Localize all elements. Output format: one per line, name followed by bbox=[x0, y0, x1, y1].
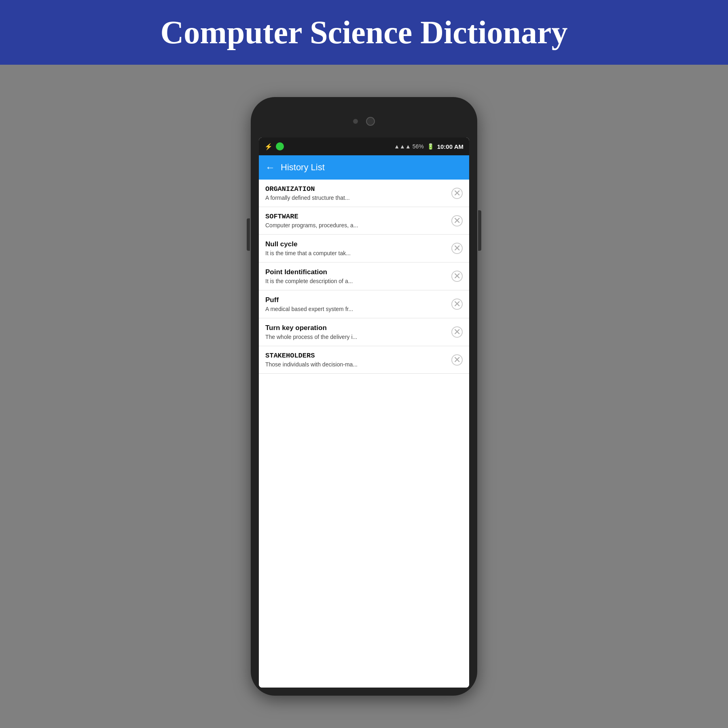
list-item-title: Point Identification bbox=[265, 268, 447, 276]
app-bar: ← History List bbox=[259, 155, 469, 180]
signal-indicator: ▲▲▲ 56% bbox=[394, 143, 423, 150]
battery-icon: 🔋 bbox=[427, 143, 434, 150]
remove-item-button[interactable]: ✕ bbox=[451, 243, 463, 254]
phone-side-button-right bbox=[478, 210, 481, 251]
list-item-text: Puff A medical based expert system fr... bbox=[265, 296, 451, 312]
list-item-description: Computer programs, procedures, a... bbox=[265, 222, 447, 229]
phone-top-bar bbox=[259, 105, 469, 138]
phone-side-button-left bbox=[247, 218, 250, 251]
list-item[interactable]: Point Identification It is the complete … bbox=[259, 262, 469, 290]
list-item-description: It is the time that a computer tak... bbox=[265, 250, 447, 256]
list-item-title: STAKEHOLDERS bbox=[265, 352, 447, 360]
phone-device: ⚡ ▲▲▲ 56% 🔋 10:00 AM ← History List ORGA… bbox=[251, 97, 477, 696]
app-bar-title: History List bbox=[281, 162, 325, 173]
list-item-description: The whole process of the delivery i... bbox=[265, 334, 447, 340]
phone-camera bbox=[366, 117, 375, 126]
remove-item-button[interactable]: ✕ bbox=[451, 188, 463, 199]
list-item[interactable]: STAKEHOLDERS Those individuals with deci… bbox=[259, 346, 469, 374]
remove-item-button[interactable]: ✕ bbox=[451, 298, 463, 310]
remove-item-button[interactable]: ✕ bbox=[451, 271, 463, 282]
back-button[interactable]: ← bbox=[265, 162, 275, 173]
remove-item-button[interactable]: ✕ bbox=[451, 215, 463, 226]
list-item-text: Point Identification It is the complete … bbox=[265, 268, 451, 284]
list-item[interactable]: Turn key operation The whole process of … bbox=[259, 318, 469, 346]
banner-title: Computer Science Dictionary bbox=[160, 14, 567, 51]
remove-item-button[interactable]: ✕ bbox=[451, 354, 463, 366]
list-item-title: SOFTWARE bbox=[265, 213, 447, 220]
list-item-text: SOFTWARE Computer programs, procedures, … bbox=[265, 213, 451, 229]
list-item-description: It is the complete description of a... bbox=[265, 278, 447, 284]
list-item-title: Puff bbox=[265, 296, 447, 304]
list-item-title: Turn key operation bbox=[265, 324, 447, 332]
list-item-description: Those individuals with decision-ma... bbox=[265, 361, 447, 368]
usb-icon: ⚡ bbox=[265, 143, 273, 150]
status-time: 10:00 AM bbox=[437, 143, 463, 150]
list-item-text: ORGANIZATION A formally defined structur… bbox=[265, 185, 451, 201]
app-notification-icon bbox=[276, 142, 284, 150]
main-area: ⚡ ▲▲▲ 56% 🔋 10:00 AM ← History List ORGA… bbox=[0, 65, 728, 728]
list-item[interactable]: Puff A medical based expert system fr...… bbox=[259, 290, 469, 318]
status-bar: ⚡ ▲▲▲ 56% 🔋 10:00 AM bbox=[259, 138, 469, 155]
list-item-text: STAKEHOLDERS Those individuals with deci… bbox=[265, 352, 451, 368]
list-item[interactable]: SOFTWARE Computer programs, procedures, … bbox=[259, 207, 469, 235]
list-item-title: Null cycle bbox=[265, 240, 447, 248]
remove-item-button[interactable]: ✕ bbox=[451, 326, 463, 338]
list-item-text: Turn key operation The whole process of … bbox=[265, 324, 451, 340]
phone-speaker bbox=[353, 119, 358, 124]
list-item-title: ORGANIZATION bbox=[265, 185, 447, 193]
list-item-description: A formally defined structure that... bbox=[265, 195, 447, 201]
top-banner: Computer Science Dictionary bbox=[0, 0, 728, 65]
history-list: ORGANIZATION A formally defined structur… bbox=[259, 180, 469, 688]
list-item-text: Null cycle It is the time that a compute… bbox=[265, 240, 451, 256]
phone-screen: ⚡ ▲▲▲ 56% 🔋 10:00 AM ← History List ORGA… bbox=[259, 138, 469, 688]
list-item-description: A medical based expert system fr... bbox=[265, 306, 447, 312]
list-item[interactable]: Null cycle It is the time that a compute… bbox=[259, 235, 469, 262]
list-item[interactable]: ORGANIZATION A formally defined structur… bbox=[259, 180, 469, 207]
